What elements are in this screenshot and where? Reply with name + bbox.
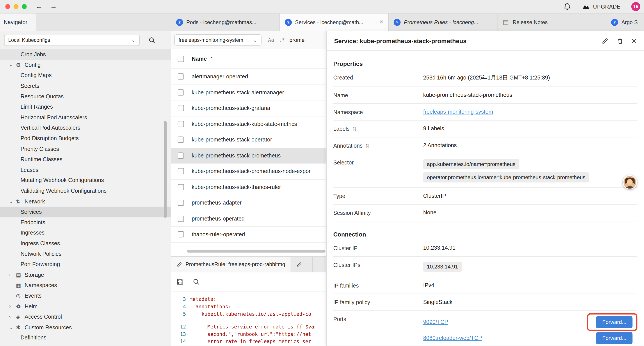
sidebar-item[interactable]: Leases	[0, 165, 171, 175]
sidebar-item[interactable]: Validating Webhook Configurations	[0, 186, 171, 196]
table-row[interactable]: kube-prometheus-stack-grafana	[171, 100, 326, 116]
sidebar-item[interactable]: Secrets	[0, 81, 171, 91]
notification-count-badge[interactable]: 15	[631, 2, 640, 11]
row-checkbox[interactable]	[178, 137, 184, 143]
sidebar-item[interactable]: Ingresses	[0, 228, 171, 238]
sidebar-item[interactable]: Limit Ranges	[0, 102, 171, 112]
zoom-window-button[interactable]	[22, 4, 26, 9]
close-icon[interactable]: ×	[632, 36, 636, 45]
editor-tab[interactable]: Services - icecheng@math... ×	[280, 13, 389, 31]
chevron-icon[interactable]: ⌄	[9, 199, 16, 204]
horizontal-scrollbar[interactable]	[187, 250, 326, 253]
sidebar-scrollbar[interactable]	[164, 121, 166, 218]
select-all-checkbox[interactable]	[178, 56, 184, 62]
editor-tab[interactable]: Prometheus Rules - icecheng...	[389, 13, 497, 31]
sidebar-item[interactable]: › ☸ Helm	[0, 301, 171, 312]
sidebar-item[interactable]: ▦ Namespaces	[0, 280, 171, 291]
chevron-icon[interactable]: ›	[9, 315, 16, 319]
save-icon[interactable]	[176, 278, 184, 286]
editor-tab[interactable]: Release Notes	[497, 13, 606, 31]
tab-close-icon[interactable]: ×	[380, 19, 383, 25]
table-row[interactable]: alertmanager-operated	[171, 69, 326, 85]
sidebar-item[interactable]: ⌄ ✱ Custom Resources	[0, 322, 171, 333]
row-checkbox[interactable]	[178, 232, 184, 238]
chevron-icon[interactable]: ⌄	[9, 62, 16, 67]
row-checkbox[interactable]	[178, 152, 184, 159]
back-button[interactable]: ←	[36, 2, 43, 10]
sidebar-item[interactable]: Priority Classes	[0, 144, 171, 154]
sort-toggle-icon[interactable]: ⇅	[366, 143, 370, 149]
sidebar-item[interactable]: › ◈ Access Control	[0, 312, 171, 322]
dock-tab[interactable]: PrometheusRule: freeleaps-prod-rabbitmq	[171, 257, 291, 272]
port-link[interactable]: 9090/TCP	[423, 319, 448, 325]
chevron-icon[interactable]: ›	[9, 272, 16, 277]
dock-tab-partial[interactable]	[291, 257, 312, 272]
sidebar-item[interactable]: › ▤ Storage	[0, 270, 171, 280]
minimize-window-button[interactable]	[14, 4, 18, 9]
row-checkbox[interactable]	[178, 216, 184, 222]
kubeconfig-selector[interactable]: Local Kubeconfigs ⌄	[4, 34, 140, 46]
sidebar-item[interactable]: ⌄ ⇅ Network	[0, 196, 171, 207]
sidebar-item[interactable]: Resource Quotas	[0, 91, 171, 102]
sidebar-item[interactable]: Cron Jobs	[0, 49, 171, 60]
table-row[interactable]: prometheus-adapter	[171, 195, 326, 211]
sidebar-item[interactable]: Mutating Webhook Configurations	[0, 175, 171, 186]
sidebar-item[interactable]: Endpoints	[0, 217, 171, 228]
close-window-button[interactable]	[5, 4, 10, 9]
sidebar-item[interactable]: Horizontal Pod Autoscalers	[0, 112, 171, 123]
table-row[interactable]: kube-prometheus-stack-kube-state-metrics	[171, 116, 326, 132]
search-icon[interactable]	[148, 37, 156, 44]
table-row[interactable]: kube-prometheus-stack-prometheus	[171, 148, 326, 164]
sort-toggle-icon[interactable]: ⇅	[352, 126, 357, 132]
editor-tab[interactable]: Argo S	[606, 13, 644, 31]
sidebar-item[interactable]: Definitions	[0, 333, 171, 343]
row-checkbox[interactable]	[178, 184, 184, 190]
chevron-icon[interactable]: ⌄	[9, 325, 16, 330]
delete-icon[interactable]	[616, 37, 624, 44]
namespace-selector[interactable]: freeleaps-monitoring-system ⌄	[174, 34, 262, 45]
table-row[interactable]: kube-prometheus-stack-operator	[171, 132, 326, 148]
navigator-panel-tab[interactable]: Navigator	[0, 13, 36, 31]
row-checkbox[interactable]	[178, 89, 184, 95]
forward-button-nav[interactable]: →	[50, 2, 57, 10]
user-avatar[interactable]	[623, 175, 637, 190]
table-row[interactable]: kube-prometheus-stack-alertmanager	[171, 85, 326, 100]
regex-icon[interactable]: .*	[279, 37, 285, 43]
sort-caret-icon[interactable]: ⌃	[210, 56, 214, 62]
row-checkbox[interactable]	[178, 168, 184, 174]
sidebar-item[interactable]: Services	[0, 207, 171, 217]
sidebar-item[interactable]: Runtime Classes	[0, 154, 171, 165]
sidebar-item[interactable]: ⌄ ⚙ Config	[0, 60, 171, 70]
table-row[interactable]: kube-prometheus-stack-thanos-ruler	[171, 179, 326, 195]
list-search-input[interactable]: Aa .* prome	[268, 37, 305, 43]
match-case-icon[interactable]: Aa	[268, 37, 274, 43]
forward-button[interactable]: Forward...	[596, 332, 632, 344]
sidebar-item[interactable]: ◷ Events	[0, 291, 171, 301]
service-name: kube-prometheus-stack-prometheus-node-ex…	[192, 168, 310, 174]
row-checkbox[interactable]	[178, 74, 184, 80]
table-header: Name ⌃	[171, 49, 326, 69]
sidebar-item[interactable]: Network Policies	[0, 249, 171, 259]
editor-search-icon[interactable]	[193, 278, 200, 285]
namespace-link[interactable]: freeleaps-monitoring-system	[423, 109, 493, 115]
edit-icon[interactable]	[601, 37, 609, 44]
notifications-bell-icon[interactable]	[563, 2, 571, 10]
row-checkbox[interactable]	[178, 121, 184, 127]
sidebar-item[interactable]: Config Maps	[0, 70, 171, 81]
row-checkbox[interactable]	[178, 200, 184, 206]
table-row[interactable]: prometheus-operated	[171, 211, 326, 227]
sidebar-item[interactable]: Port Forwarding	[0, 259, 171, 270]
forward-button[interactable]: Forward...	[596, 316, 632, 328]
editor-tab[interactable]: Pods - icecheng@mathmas...	[171, 13, 280, 31]
upgrade-button[interactable]: UPGRADE	[582, 3, 620, 10]
yaml-editor[interactable]: 3 metadata: 4 annotations: 5 kubectl.kub…	[171, 292, 326, 345]
sidebar-item[interactable]: Ingress Classes	[0, 238, 171, 249]
chevron-icon[interactable]: ›	[9, 304, 16, 309]
row-checkbox[interactable]	[178, 105, 184, 111]
table-row[interactable]: thanos-ruler-operated	[171, 227, 326, 242]
sidebar-item[interactable]: Pod Disruption Budgets	[0, 133, 171, 144]
column-header-name[interactable]: Name	[192, 56, 207, 62]
port-link[interactable]: 8080:reloader-web/TCP	[423, 335, 482, 341]
sidebar-item[interactable]: Vertical Pod Autoscalers	[0, 123, 171, 133]
table-row[interactable]: kube-prometheus-stack-prometheus-node-ex…	[171, 164, 326, 179]
